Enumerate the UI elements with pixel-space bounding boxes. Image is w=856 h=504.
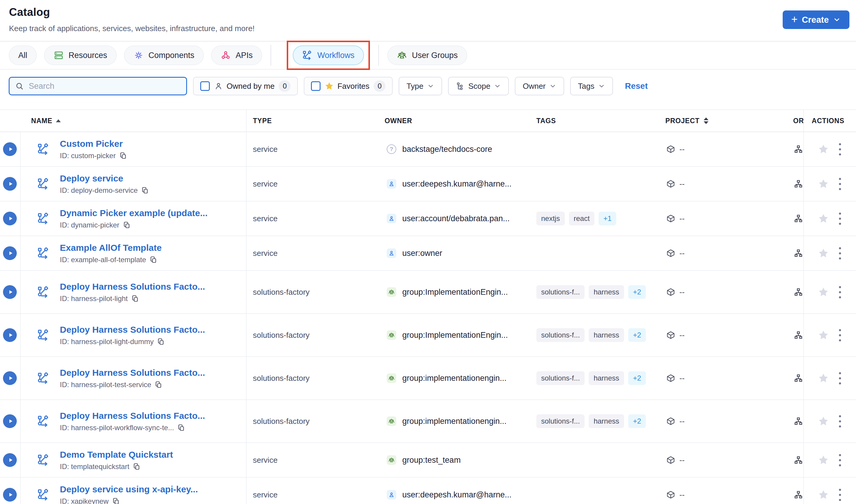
more-tags-pill[interactable]: +1	[599, 212, 616, 226]
column-header-name[interactable]: NAME	[31, 110, 61, 131]
copy-icon[interactable]	[119, 152, 127, 159]
tag-pill[interactable]: nextjs	[536, 212, 565, 226]
tab-components[interactable]: Components	[124, 46, 204, 65]
tab-all[interactable]: All	[9, 46, 37, 65]
copy-icon[interactable]	[133, 463, 140, 470]
workflow-name-link[interactable]: Dynamic Picker example (update...	[60, 208, 208, 218]
copy-icon[interactable]	[150, 256, 157, 263]
run-workflow-button[interactable]	[3, 177, 17, 191]
org-chart-icon[interactable]	[794, 179, 803, 188]
org-chart-icon[interactable]	[794, 214, 803, 223]
run-workflow-button[interactable]	[3, 328, 17, 342]
tag-pill[interactable]: solutions-f...	[536, 285, 584, 299]
more-tags-pill[interactable]: +2	[628, 371, 646, 385]
create-button[interactable]: + Create	[783, 11, 850, 29]
kebab-menu-icon[interactable]	[838, 285, 842, 300]
favorite-star-icon[interactable]	[818, 455, 829, 465]
reset-filters-link[interactable]: Reset	[625, 81, 648, 91]
tag-pill[interactable]: harness	[589, 371, 624, 385]
workflow-name-link[interactable]: Demo Template Quickstart	[60, 450, 173, 460]
workflow-name-link[interactable]: Deploy Harness Solutions Facto...	[60, 325, 205, 335]
favorites-filter[interactable]: Favorites 0	[304, 77, 393, 95]
org-chart-icon[interactable]	[794, 145, 803, 154]
copy-icon[interactable]	[112, 498, 120, 504]
tag-pill[interactable]: harness	[589, 328, 624, 342]
copy-icon[interactable]	[123, 221, 131, 229]
type-dropdown[interactable]: Type	[399, 77, 442, 95]
owner-dropdown[interactable]: Owner	[515, 77, 564, 95]
tag-pill[interactable]: solutions-f...	[536, 328, 584, 342]
column-header-type[interactable]: TYPE	[253, 110, 272, 131]
column-header-tags[interactable]: TAGS	[536, 110, 556, 131]
favorite-star-icon[interactable]	[818, 373, 829, 383]
workflow-name-link[interactable]: Example AllOf Template	[60, 243, 161, 253]
favorites-checkbox[interactable]	[311, 81, 321, 91]
tag-pill[interactable]: harness	[589, 285, 624, 299]
favorite-star-icon[interactable]	[818, 330, 829, 341]
name-cell: Custom Picker ID: custom-picker	[20, 132, 246, 166]
run-workflow-button[interactable]	[3, 488, 17, 502]
kebab-menu-icon[interactable]	[838, 371, 842, 385]
copy-icon[interactable]	[132, 295, 139, 302]
favorite-star-icon[interactable]	[818, 248, 829, 258]
copy-icon[interactable]	[177, 424, 185, 431]
kebab-menu-icon[interactable]	[838, 453, 842, 468]
run-workflow-button[interactable]	[3, 453, 17, 467]
copy-icon[interactable]	[155, 381, 162, 388]
run-workflow-button[interactable]	[3, 142, 17, 156]
tag-pill[interactable]: react	[569, 212, 595, 226]
run-workflow-button[interactable]	[3, 212, 17, 226]
org-chart-icon[interactable]	[794, 288, 803, 297]
workflow-name-link[interactable]: Deploy service	[60, 174, 149, 183]
more-tags-pill[interactable]: +2	[628, 285, 646, 299]
org-chart-icon[interactable]	[794, 249, 803, 258]
kebab-menu-icon[interactable]	[838, 211, 842, 226]
name-cell: Deploy Harness Solutions Facto... ID: ha…	[20, 357, 246, 399]
favorite-star-icon[interactable]	[818, 178, 829, 189]
more-tags-pill[interactable]: +2	[628, 414, 646, 428]
run-cell	[0, 167, 20, 201]
search-input[interactable]	[28, 81, 181, 91]
tab-user-groups[interactable]: User Groups	[387, 46, 467, 65]
column-header-project[interactable]: PROJECT	[665, 110, 708, 131]
tag-pill[interactable]: solutions-f...	[536, 371, 584, 385]
run-workflow-button[interactable]	[3, 371, 17, 385]
tab-workflows[interactable]: Workflows	[293, 46, 364, 65]
favorite-star-icon[interactable]	[818, 287, 829, 298]
tags-dropdown[interactable]: Tags	[570, 77, 613, 95]
copy-icon[interactable]	[141, 186, 149, 194]
tag-pill[interactable]: harness	[589, 414, 624, 428]
kebab-menu-icon[interactable]	[838, 328, 842, 343]
workflow-name-link[interactable]: Deploy service using x-api-key...	[60, 484, 198, 494]
org-chart-icon[interactable]	[794, 490, 803, 500]
run-workflow-button[interactable]	[3, 285, 17, 299]
workflow-name-link[interactable]: Deploy Harness Solutions Facto...	[60, 282, 205, 292]
owned-by-me-checkbox[interactable]	[200, 81, 210, 91]
tab-resources[interactable]: Resources	[44, 46, 117, 65]
kebab-menu-icon[interactable]	[838, 246, 842, 261]
owned-by-me-filter[interactable]: Owned by me 0	[193, 77, 298, 95]
column-header-owner[interactable]: OWNER	[384, 110, 412, 131]
kebab-menu-icon[interactable]	[838, 488, 842, 502]
workflow-name-link[interactable]: Deploy Harness Solutions Facto...	[60, 411, 205, 421]
tag-pill[interactable]: solutions-f...	[536, 414, 584, 428]
favorite-star-icon[interactable]	[818, 213, 829, 224]
org-chart-icon[interactable]	[794, 374, 803, 383]
favorite-star-icon[interactable]	[818, 489, 829, 500]
workflow-name-link[interactable]: Deploy Harness Solutions Facto...	[60, 368, 205, 378]
run-workflow-button[interactable]	[3, 246, 17, 260]
org-chart-icon[interactable]	[794, 455, 803, 465]
kebab-menu-icon[interactable]	[838, 177, 842, 191]
org-chart-icon[interactable]	[794, 330, 803, 340]
tab-apis[interactable]: APIs	[211, 46, 262, 65]
favorite-star-icon[interactable]	[818, 416, 829, 427]
kebab-menu-icon[interactable]	[838, 414, 842, 429]
copy-icon[interactable]	[157, 338, 165, 345]
favorite-star-icon[interactable]	[818, 144, 829, 155]
more-tags-pill[interactable]: +2	[628, 328, 646, 342]
org-chart-icon[interactable]	[794, 417, 803, 426]
kebab-menu-icon[interactable]	[838, 142, 842, 157]
workflow-name-link[interactable]: Custom Picker	[60, 139, 127, 149]
run-workflow-button[interactable]	[3, 414, 17, 428]
scope-dropdown[interactable]: Scope	[448, 77, 509, 95]
